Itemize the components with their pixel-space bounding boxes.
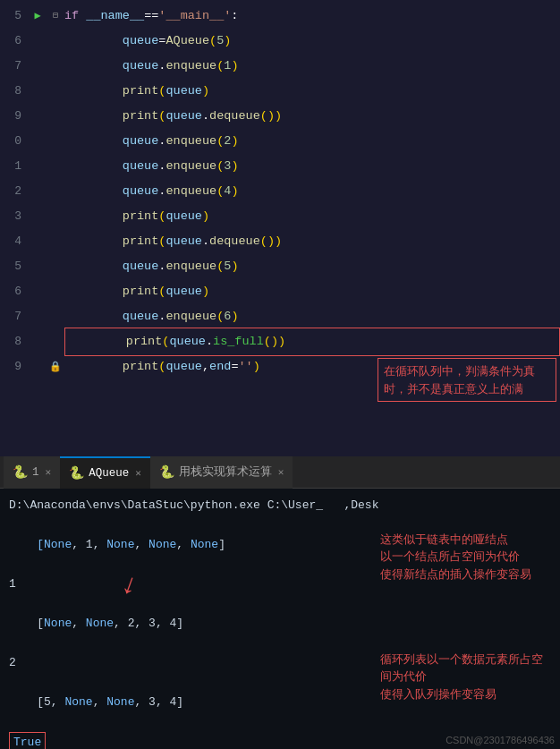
code-text: queue=AQueue(5) — [64, 29, 560, 54]
terminal-area: D:\Anaconda\envs\DataStuc\python.exe C:\… — [0, 489, 560, 749]
code-line-16: 6 print(queue) — [0, 279, 560, 304]
tab-label-2: AQueue — [89, 467, 129, 480]
tab-icon-1: 🐍 — [13, 464, 28, 480]
editor-annotation: 在循环队列中，判满条件为真时，并不是真正意义上的满 — [378, 358, 556, 402]
line-number: 3 — [0, 204, 29, 229]
code-lines: 5 ▶ ⊟ if __name__=='__main__': 6 queue=A… — [0, 0, 560, 383]
code-text: print(queue.dequeue()) — [64, 229, 560, 254]
tab-close-2[interactable]: ✕ — [135, 467, 141, 479]
tab-icon-2: 🐍 — [69, 465, 84, 481]
code-line-15: 5 queue.enqueue(5) — [0, 254, 560, 279]
code-line-6: 6 queue=AQueue(5) — [0, 29, 560, 54]
line-number: 9 — [0, 104, 29, 129]
code-line-11: 1 queue.enqueue(3) — [0, 154, 560, 179]
code-text: queue.enqueue(4) — [64, 179, 560, 204]
tab-2[interactable]: 🐍 AQueue ✕ — [60, 456, 150, 489]
line-number: 7 — [0, 54, 29, 79]
code-text: print(queue.dequeue()) — [64, 104, 560, 129]
line-number: 7 — [0, 304, 29, 329]
terminal-annotation-1: 这类似于链表中的哑结点以一个结点所占空间为代价使得新结点的插入操作变容易 — [380, 532, 555, 583]
code-text: queue.enqueue(2) — [64, 129, 560, 154]
line-number: 4 — [0, 229, 29, 254]
code-line-17: 7 queue.enqueue(6) — [0, 304, 560, 329]
code-line-12: 2 queue.enqueue(4) — [0, 179, 560, 204]
terminal-command: D:\Anaconda\envs\DataStuc\python.exe C:\… — [9, 496, 551, 515]
editor-area: 5 ▶ ⊟ if __name__=='__main__': 6 queue=A… — [0, 0, 560, 456]
line-number: 5 — [0, 4, 29, 29]
tab-icon-3: 🐍 — [159, 464, 174, 480]
code-text: queue.enqueue(5) — [64, 254, 560, 279]
code-text: print(queue) — [64, 204, 560, 229]
line-number: 9 — [0, 354, 29, 379]
line-number: 2 — [0, 179, 29, 204]
line-number: 6 — [0, 279, 29, 304]
run-arrow: ▶ — [29, 4, 47, 29]
code-text: print(queue.is_full()) — [64, 328, 560, 356]
code-text: queue.enqueue(6) — [64, 304, 560, 329]
code-line-13: 3 print(queue) — [0, 204, 560, 229]
code-line-5: 5 ▶ ⊟ if __name__=='__main__': — [0, 4, 560, 29]
line-number: 8 — [0, 329, 29, 354]
line-number: 6 — [0, 29, 29, 54]
terminal-output-3: [None, None, 2, 3, 4] — [9, 594, 551, 653]
terminal-annotation-2: 循环列表以一个数据元素所占空间为代价使得入队列操作变容易 — [380, 651, 555, 703]
code-line-8: 8 print(queue) — [0, 79, 560, 104]
terminal-true-container: True — [9, 732, 46, 749]
code-text: print(queue) — [64, 79, 560, 104]
tab-label-1: 1 — [32, 466, 39, 479]
code-line-18: 8 print(queue.is_full()) — [0, 329, 560, 354]
none-val: [None — [37, 538, 72, 551]
terminal-output-true: True — [9, 732, 46, 749]
tab-close-1[interactable]: ✕ — [46, 466, 52, 478]
collapse-icon: ⊟ — [47, 4, 64, 29]
code-text: queue.enqueue(3) — [64, 154, 560, 179]
code-line-9: 9 print(queue.dequeue()) — [0, 104, 560, 129]
code-text: print(queue) — [64, 279, 560, 304]
code-line-14: 4 print(queue.dequeue()) — [0, 229, 560, 254]
line-number: 5 — [0, 254, 29, 279]
tab-bar: 🐍 1 ✕ 🐍 AQueue ✕ 🐍 用栈实现算术运算 ✕ — [0, 456, 560, 489]
code-text: if __name__=='__main__': — [64, 4, 560, 29]
tab-close-3[interactable]: ✕ — [278, 466, 284, 478]
code-line-10: 0 queue.enqueue(2) — [0, 129, 560, 154]
tab-1[interactable]: 🐍 1 ✕ — [4, 456, 60, 489]
line-number: 1 — [0, 154, 29, 179]
code-text: queue.enqueue(1) — [64, 54, 560, 79]
line-number: 0 — [0, 129, 29, 154]
watermark: CSDN@2301786496436 — [445, 735, 555, 745]
code-line-7: 7 queue.enqueue(1) — [0, 54, 560, 79]
tab-3[interactable]: 🐍 用栈实现算术运算 ✕ — [150, 456, 293, 489]
lock-icon: 🔒 — [47, 354, 64, 379]
line-number: 8 — [0, 79, 29, 104]
tab-label-3: 用栈实现算术运算 — [179, 464, 272, 480]
